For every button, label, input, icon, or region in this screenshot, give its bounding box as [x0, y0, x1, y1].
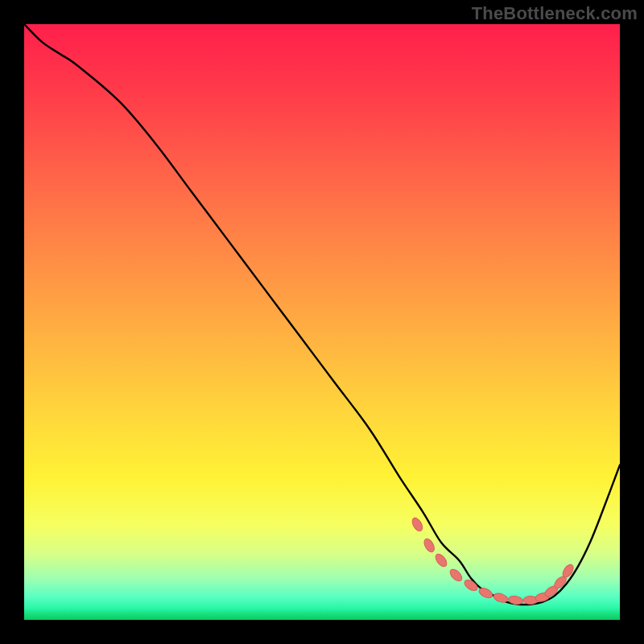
- watermark-text: TheBottleneck.com: [472, 3, 638, 24]
- data-dot: [463, 578, 480, 592]
- data-dots-group: [411, 516, 576, 605]
- data-dot: [433, 552, 448, 568]
- chart-svg: [24, 24, 620, 620]
- data-dot: [411, 516, 425, 533]
- data-dot: [448, 568, 464, 584]
- data-dot: [422, 537, 436, 554]
- bottleneck-curve: [24, 24, 620, 605]
- chart-plot-area: [24, 24, 620, 620]
